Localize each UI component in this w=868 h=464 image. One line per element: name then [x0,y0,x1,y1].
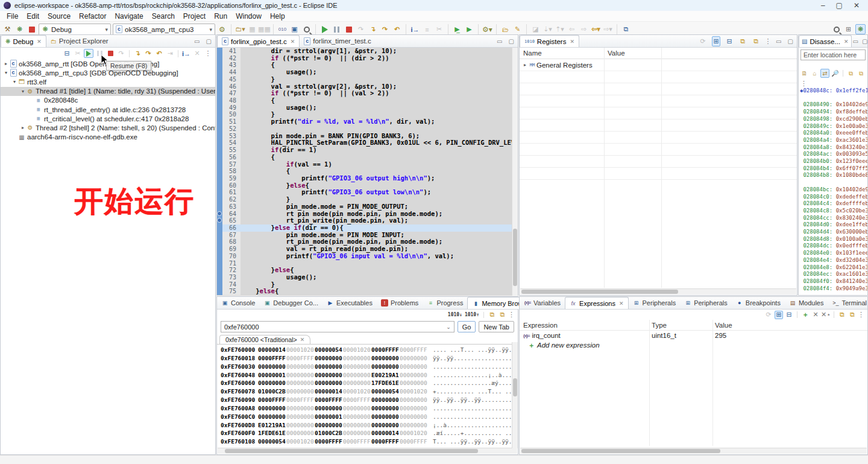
breakpoint-gutter[interactable] [217,238,222,246]
tab-console[interactable]: ▣Console [217,297,259,309]
forward-history-icon[interactable]: ⇨ [579,24,589,34]
code-line[interactable]: 70 printf("GPIO3_06 input val = %ld\n\n"… [217,253,518,260]
disassembly-line[interactable]: 028084f4: 0x9049a9e3 [800,285,867,293]
breakpoint-gutter[interactable] [217,161,222,168]
menu-navigate[interactable]: Navigate [110,11,147,21]
expressions-horizontal-scrollbar[interactable] [520,448,867,454]
breakpoint-gutter[interactable] [217,175,222,182]
new-wizard-icon[interactable]: 🗀▾ [235,24,245,34]
tree-row[interactable]: ▦aarch64-arm-riscv-none-elf-gdb.exe [1,133,215,142]
disassembly-line[interactable]: 028084f0: 0x841240e3 [800,278,867,285]
menu-run[interactable]: Run [210,11,231,21]
memory-row[interactable]: 0xFE7600180000FFFF0000FFFF00000000000000… [221,354,518,363]
code-editor[interactable]: 41 dir = strtol(argv[1], &pstr, 10);42 i… [217,48,518,296]
remove-all-expressions-icon[interactable]: ✕⋆ [822,311,830,319]
remove-expression-icon[interactable]: ✕ [811,311,820,319]
debug-bug-icon[interactable]: ❋ [14,24,25,34]
coverage-icon[interactable]: ▶̲ [452,24,462,34]
column-type[interactable]: Type [649,322,712,329]
step-over-icon[interactable]: ↷ [380,24,390,34]
breakpoint-gutter[interactable] [217,217,222,224]
breakpoint-gutter[interactable] [217,48,222,55]
tab-debugger-console[interactable]: ▣Debugger Co... [259,297,322,309]
new-view-icon[interactable]: ⧉ [838,311,846,319]
breakpoint-gutter[interactable] [217,111,222,118]
code-line[interactable]: 43 { [217,62,518,69]
launch-settings-gear-icon[interactable]: ⚙ [217,24,227,34]
run-icon[interactable]: ▶ [464,24,474,34]
close-icon[interactable]: ✕ [37,39,42,45]
breakpoint-gutter[interactable] [217,260,222,267]
last-edit-icon[interactable]: ⇦▾ [591,24,601,34]
tab-forlinx-timer-test[interactable]: c forlinx_timer_test.c [300,35,376,47]
column-divider[interactable] [661,48,662,288]
tab-breakpoints[interactable]: ●Breakpoints [732,297,785,309]
chevron-down-icon[interactable]: ⌄ [446,324,451,330]
step-over-icon[interactable]: ↷ [143,49,153,58]
console-view-icon[interactable]: ▣ [289,24,300,34]
show-type-names-icon[interactable]: ⟳ [764,311,773,319]
launch-config-combo[interactable]: c ok3568_amp_rtt_cpu3 ▾ [113,24,215,36]
resume-icon[interactable] [319,24,330,34]
show-logical-structure-icon[interactable]: ⊞ [775,311,783,319]
tree-row[interactable]: ▾⚙Thread #1 [tidle] 1 (Name: tidle, rdy … [1,87,215,96]
code-line[interactable]: 61 printf("GPIO3_06 output low\n\n"); [217,189,518,196]
disassembly-line[interactable]: 028084a0: 0xeee0ffeb [800,130,867,137]
memory-monitor-tab[interactable]: 0xfe760000 <Traditional> ✕ [219,335,310,344]
track-expression-icon[interactable]: 🔎 [831,69,840,78]
tree-row[interactable]: ▸⚙Thread #2 [tshell] 2 (Name: tshell, s … [1,123,215,132]
link-editor-icon[interactable]: ✎ [512,24,523,34]
restart-icon[interactable]: ↷ [356,24,366,34]
code-line[interactable]: 41 dir = strtol(argv[1], &pstr, 10); [217,48,518,55]
breakpoint-gutter[interactable] [217,168,222,175]
code-line[interactable]: 64 rt_pin_mode(pin_mode.pin, pin_mode.mo… [217,211,518,218]
breakpoint-gutter[interactable] [217,232,222,239]
menu-search[interactable]: Search [148,11,179,21]
code-line[interactable]: 71 [217,260,518,267]
memory-row[interactable]: 0xFE760048000000010000000000000000000000… [221,371,518,380]
memory-row[interactable]: 0xFE7600C0000000000000000000000001000000… [221,413,518,421]
maximize-view-icon[interactable]: ▢ [788,38,793,45]
restart-icon[interactable]: ↷ [116,49,126,58]
disassembly-line[interactable]: 0280849c: 0x1e00a0e3 [800,123,867,130]
menu-window[interactable]: Window [231,11,266,21]
tab-progress[interactable]: ≡Progress [423,297,467,309]
breakpoint-gutter[interactable] [217,62,222,69]
step-into-icon[interactable]: ↴ [368,24,378,34]
disassembly-line[interactable]: 028084ec: 0xac1601e3 [800,271,867,278]
breakpoint-gutter[interactable] [217,196,222,203]
step-return-icon[interactable]: ↶ [392,24,402,34]
launch-mode-combo[interactable]: ❋ Debug ▾ [39,24,111,36]
column-value[interactable]: Value [604,49,625,57]
code-line[interactable]: 66 }else if(dir == 0){ [217,224,518,232]
disassembly-line[interactable]: 028084b0: 0x123f0eee [800,158,867,165]
memory-row[interactable]: 0xFE760060000000000000000000000000000000… [221,379,518,387]
open-folder-icon[interactable]: 🗁 [500,24,511,34]
terminate-icon[interactable] [344,24,354,34]
memory-address-input[interactable]: 0xfe760000 ⌄ [221,321,454,332]
pin-view-icon[interactable]: ⧉ [848,311,857,319]
disassembly-line[interactable]: 028084d0: 0xdee1ffeb [800,221,867,229]
close-icon[interactable]: ✕ [291,39,295,45]
code-line[interactable]: 52 [217,126,518,133]
disassembly-line[interactable]: 028084a4: 0xac3601e3 [800,137,867,144]
pin-editor-icon[interactable]: ⧉ [621,24,631,34]
tab-expressions[interactable]: fxExpressions✕ [565,297,628,309]
breakpoint-icon[interactable] [217,218,222,223]
annotation-icon[interactable]: ◪ [530,24,541,34]
drop-to-frame-icon[interactable]: ⇥ [165,49,175,58]
breakpoint-gutter[interactable] [217,118,222,126]
go-forward-icon[interactable]: ⇨▾ [603,24,613,34]
disassembly-location-input[interactable]: Enter location here [800,49,866,60]
breakpoint-gutter[interactable] [217,154,222,161]
breakpoint-gutter[interactable] [217,203,222,211]
breakpoint-gutter[interactable] [217,274,222,281]
code-line[interactable]: 74 } [217,281,518,288]
close-icon[interactable]: ✕ [300,337,305,343]
little-endian-icon[interactable]: 1010↓ [448,312,462,317]
maximize-view-icon[interactable]: ▢ [862,38,867,45]
expression-row[interactable]: (x)=irq_countuint16_t295 [520,331,867,340]
show-columns-icon[interactable]: ⊞ [712,36,720,46]
menu-file[interactable]: File [2,11,22,21]
memory-row[interactable]: 0xFE76010800000054000010200000FFFF0000FF… [221,437,518,446]
